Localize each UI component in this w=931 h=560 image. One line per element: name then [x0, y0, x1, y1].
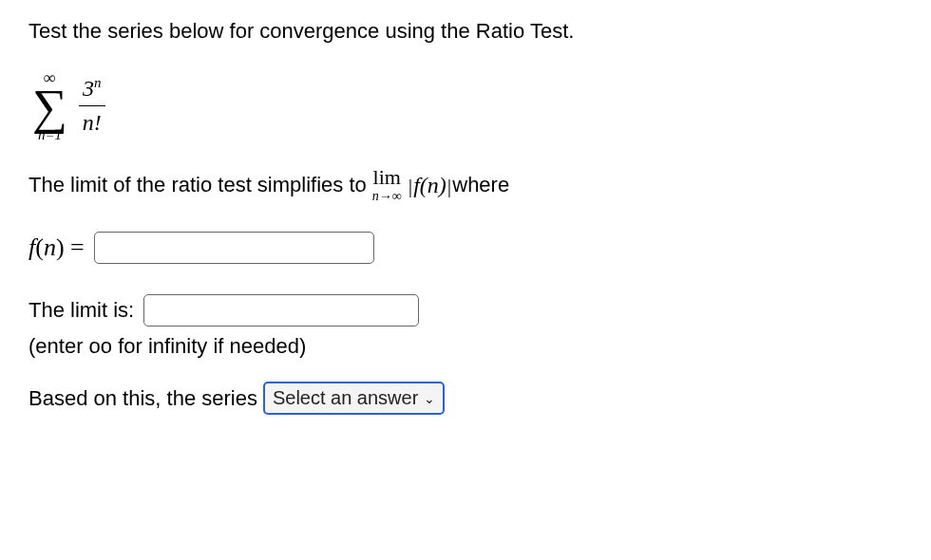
- numerator-base: 3: [83, 76, 94, 101]
- limit-is-label: The limit is:: [28, 298, 134, 323]
- fn-answer-row: f(n) =: [28, 232, 902, 264]
- fraction-numerator: 3n: [79, 74, 105, 106]
- ratio-explanation: The limit of the ratio test simplifies t…: [28, 167, 902, 203]
- sigma-symbol: ∑: [32, 86, 67, 128]
- select-placeholder-text: Select an answer: [273, 387, 418, 409]
- based-on-text: Based on this, the series: [28, 386, 257, 411]
- fn-expr: f(n): [413, 173, 446, 197]
- limit-input[interactable]: [143, 294, 419, 327]
- summation-expression: ∞ ∑ n=1 3n n!: [28, 69, 105, 142]
- question-text: Test the series below for convergence us…: [28, 19, 902, 44]
- ratio-text-before: The limit of the ratio test simplifies t…: [28, 173, 367, 197]
- fraction-denominator: n!: [83, 106, 102, 138]
- numerator-exponent: n: [94, 75, 102, 90]
- summation-term-fraction: 3n n!: [79, 74, 105, 138]
- ratio-text-after: where: [452, 173, 509, 197]
- fn-input[interactable]: [94, 232, 374, 264]
- sigma-group: ∞ ∑ n=1: [32, 69, 67, 142]
- sigma-lower-bound: n=1: [38, 128, 62, 142]
- conclusion-row: Based on this, the series Select an answ…: [28, 382, 902, 415]
- fn-equals-label: f(n) =: [28, 233, 85, 262]
- infinity-note: (enter oo for infinity if needed): [28, 334, 902, 359]
- abs-fn-expr: |f(n)|: [408, 173, 452, 198]
- limit-label: lim: [373, 167, 401, 188]
- limit-answer-row: The limit is:: [28, 294, 902, 327]
- limit-subscript: n→∞: [372, 190, 402, 203]
- chevron-down-icon: ⌄: [424, 391, 435, 406]
- conclusion-select[interactable]: Select an answer ⌄: [263, 382, 445, 415]
- limit-notation: lim n→∞: [372, 167, 402, 203]
